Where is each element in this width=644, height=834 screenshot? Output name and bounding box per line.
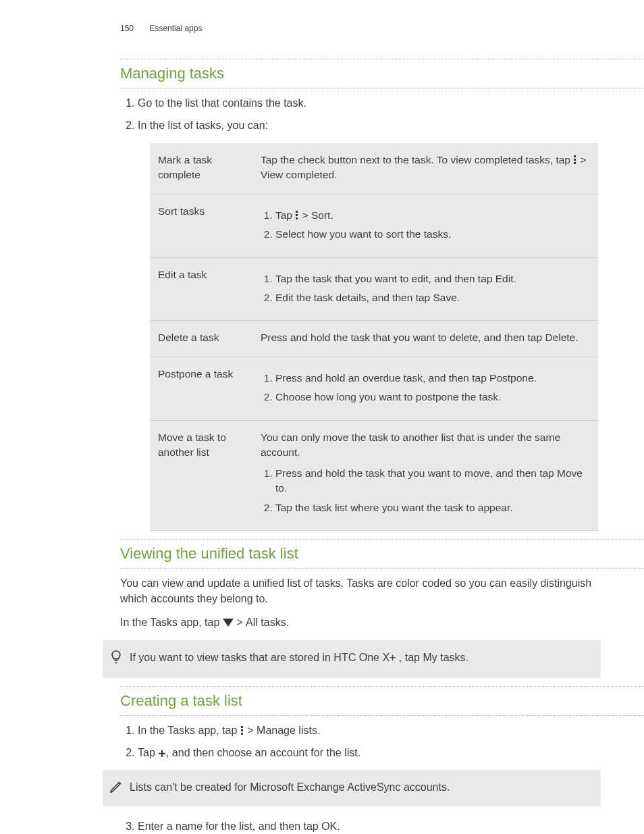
row-body-mark-complete: Tap the check button next to the task. T… (252, 143, 598, 194)
lightbulb-icon (103, 650, 130, 669)
tip-note: If you want to view tasks that are store… (103, 640, 601, 678)
section-name: Essential apps (149, 24, 202, 33)
viewing-instruction: In the Tasks app, tap > All tasks. (120, 615, 601, 630)
row-body-delete: Press and hold the task that you want to… (252, 321, 598, 357)
dropdown-icon (223, 619, 234, 627)
creating-step-1: In the Tasks app, tap > Manage lists. (138, 723, 601, 738)
creating-step-3: Enter a name for the list, and then tap … (138, 818, 601, 834)
overflow-menu-icon (295, 211, 299, 220)
creating-steps-b: Enter a name for the list, and then tap … (120, 818, 601, 834)
table-row: Sort tasks Tap > Sort. Select how you wa… (150, 194, 598, 257)
row-body-postpone: Press and hold an overdue task, and then… (252, 357, 598, 420)
managing-step-1: Go to the list that contains the task. (138, 95, 601, 111)
plus-icon: + (158, 746, 166, 761)
heading-creating-list: Creating a task list (120, 690, 601, 714)
heading-managing-tasks: Managing tasks (120, 63, 601, 87)
row-body-edit: Tap the task that you want to edit, and … (252, 257, 598, 321)
row-label-delete: Delete a task (150, 321, 252, 357)
heading-viewing-unified: Viewing the unified task list (120, 543, 601, 567)
table-row: Postpone a task Press and hold an overdu… (150, 357, 598, 420)
row-body-sort: Tap > Sort. Select how you want to sort … (252, 194, 598, 257)
viewing-intro: You can view and update a unified list o… (120, 575, 601, 606)
row-label-sort: Sort tasks (150, 194, 252, 257)
creating-steps-a: In the Tasks app, tap > Manage lists. Ta… (120, 723, 601, 760)
info-note: Lists can't be created for Microsoft Exc… (103, 770, 601, 806)
managing-step-2: In the list of tasks, you can: (138, 118, 601, 133)
table-row: Move a task to another list You can only… (150, 420, 598, 530)
row-body-move: You can only move the task to another li… (252, 420, 598, 530)
running-header: 150 Essential apps (120, 23, 601, 34)
overflow-menu-icon (240, 726, 244, 735)
table-row: Edit a task Tap the task that you want t… (150, 257, 598, 321)
row-label-mark-complete: Mark a task complete (150, 143, 252, 194)
pencil-icon (103, 779, 130, 797)
row-label-edit: Edit a task (150, 257, 252, 321)
page-number: 150 (120, 24, 134, 33)
managing-steps: Go to the list that contains the task. I… (120, 95, 601, 133)
row-label-postpone: Postpone a task (150, 357, 252, 420)
row-label-move: Move a task to another list (150, 420, 252, 530)
task-actions-table: Mark a task complete Tap the check butto… (150, 143, 598, 531)
creating-step-2: Tap +, and then choose an account for th… (138, 745, 601, 760)
table-row: Delete a task Press and hold the task th… (150, 321, 598, 357)
overflow-menu-icon (573, 155, 577, 165)
table-row: Mark a task complete Tap the check butto… (150, 143, 598, 194)
